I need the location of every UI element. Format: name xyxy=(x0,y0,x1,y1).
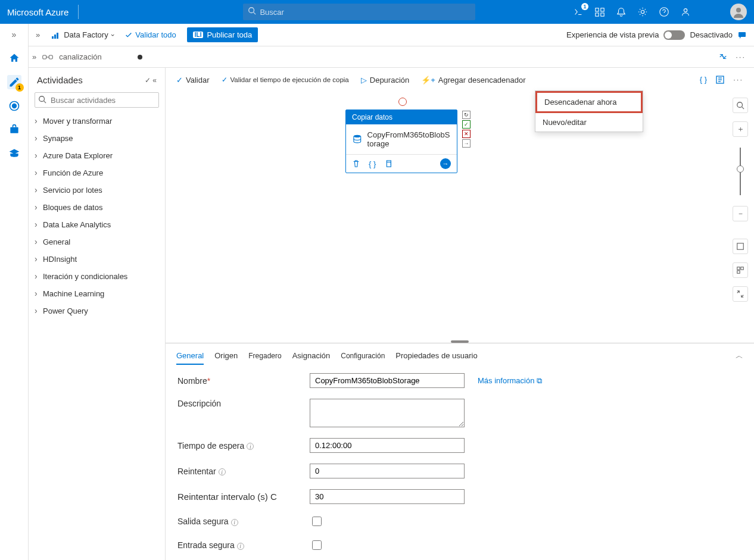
info-icon[interactable]: i xyxy=(237,543,244,550)
validate-runtime-button[interactable]: ✓Validar el tiempo de ejecución de copia xyxy=(222,76,349,84)
learning-icon[interactable] xyxy=(7,146,21,161)
activity-node-wrapper: Copiar datos CopyFromM365toBlobStorage {… xyxy=(345,98,460,173)
factory-toolbar: » Data Factory › Validar todo ILI Public… xyxy=(29,24,754,46)
node-run-icon[interactable]: → xyxy=(440,158,451,169)
help-icon[interactable] xyxy=(659,7,669,17)
preview-toggle[interactable] xyxy=(663,30,685,40)
clone-node-icon[interactable] xyxy=(384,159,392,168)
zoom-out-icon[interactable]: － xyxy=(733,206,748,221)
name-input[interactable] xyxy=(310,373,465,388)
node-code-icon[interactable]: { } xyxy=(369,159,376,168)
expand-rail-icon[interactable]: » xyxy=(7,27,21,42)
collapse-props-icon[interactable]: ︿ xyxy=(736,351,743,361)
tab-origin[interactable]: Origen xyxy=(214,351,238,364)
validate-button[interactable]: ✓Validar xyxy=(176,76,210,85)
trigger-new-edit-item[interactable]: Nuevo/editar xyxy=(535,113,643,132)
retry-input[interactable] xyxy=(310,464,465,478)
divider xyxy=(78,5,79,19)
cloud-shell-icon[interactable]: 1 xyxy=(573,7,584,17)
category-item[interactable]: Data Lake Analytics xyxy=(29,216,165,233)
tab-general[interactable]: General xyxy=(176,351,204,365)
retry-label: Reintentari xyxy=(177,467,303,476)
node-skip-port-icon[interactable]: → xyxy=(462,139,471,148)
canvas-more-icon[interactable]: ··· xyxy=(733,75,743,85)
category-item[interactable]: Bloques de datos xyxy=(29,199,165,216)
info-icon[interactable]: i xyxy=(219,468,226,475)
node-success-port-icon[interactable]: ✓ xyxy=(462,120,471,129)
debug-button[interactable]: ▷Depuración xyxy=(361,76,410,85)
feedback-icon[interactable] xyxy=(680,7,691,17)
publish-all-button[interactable]: ILI Publicar toda xyxy=(187,27,258,42)
category-item[interactable]: HDInsight xyxy=(29,251,165,268)
notifications-icon[interactable] xyxy=(616,7,627,17)
tab-settings[interactable]: Configuración xyxy=(341,352,385,364)
name-label: Nombre* xyxy=(177,376,303,386)
tab-sink[interactable]: Fregadero xyxy=(248,352,281,364)
category-item[interactable]: Azure Data Explorer xyxy=(29,147,165,164)
monitor-icon[interactable] xyxy=(7,99,21,113)
category-item[interactable]: Servicio por lotes xyxy=(29,182,165,199)
resize-handle[interactable] xyxy=(451,340,469,343)
more-actions-icon[interactable]: ··· xyxy=(736,52,746,61)
secure-input-checkbox[interactable] xyxy=(312,540,322,550)
svg-rect-16 xyxy=(739,32,746,37)
author-icon[interactable]: 1 xyxy=(7,75,21,89)
retry-interval-label: Reintentar intervalo (s) C xyxy=(177,492,303,502)
pipeline-canvas[interactable]: ✓Validar ✓Validar el tiempo de ejecución… xyxy=(166,68,754,560)
info-icon[interactable]: i xyxy=(231,519,238,526)
svg-point-28 xyxy=(737,102,743,108)
properties-icon[interactable] xyxy=(715,75,725,85)
expand-left-icon[interactable]: » xyxy=(32,52,36,61)
pipeline-tab[interactable]: canalización xyxy=(59,52,102,61)
category-item[interactable]: Machine Learning xyxy=(29,285,165,302)
node-failure-port-icon[interactable]: ✕ xyxy=(462,130,471,138)
svg-rect-33 xyxy=(737,271,740,273)
manage-icon[interactable] xyxy=(7,123,21,137)
svg-rect-15 xyxy=(57,33,58,39)
collapse-canvas-icon[interactable] xyxy=(733,286,748,302)
node-top-handle[interactable] xyxy=(398,98,407,106)
tab-mapping[interactable]: Asignación xyxy=(292,351,331,364)
database-icon xyxy=(352,132,363,146)
activities-collapse-icon[interactable]: ✓ « xyxy=(145,76,157,85)
category-item[interactable]: Mover y transformar xyxy=(29,112,165,130)
category-item[interactable]: Función de Azure xyxy=(29,164,165,182)
settings-icon[interactable] xyxy=(637,7,648,17)
activities-search-input[interactable] xyxy=(35,92,159,108)
node-retry-port-icon[interactable]: ↻ xyxy=(462,111,471,119)
description-input[interactable] xyxy=(310,399,465,427)
category-item[interactable]: General xyxy=(29,233,165,251)
svg-rect-5 xyxy=(601,13,604,16)
fit-screen-icon[interactable] xyxy=(733,239,748,254)
home-icon[interactable] xyxy=(7,51,21,65)
expand-canvas-icon[interactable] xyxy=(719,52,727,61)
delete-node-icon[interactable] xyxy=(352,159,360,168)
validate-all-button[interactable]: Validar todo xyxy=(124,30,176,39)
feedback-small-icon[interactable] xyxy=(737,30,747,40)
add-trigger-button[interactable]: ⚡+Agregar desencadenador xyxy=(421,76,525,85)
copy-activity-node[interactable]: Copiar datos CopyFromM365toBlobStorage {… xyxy=(345,110,457,173)
svg-point-20 xyxy=(39,96,45,102)
zoom-slider[interactable] xyxy=(740,148,741,195)
category-item[interactable]: Power Query xyxy=(29,302,165,320)
search-canvas-icon[interactable] xyxy=(733,98,748,113)
properties-pane: General Origen Fregadero Asignación Conf… xyxy=(166,343,754,560)
timeout-input[interactable] xyxy=(310,438,465,453)
more-info-link[interactable]: Más información ⧉ xyxy=(478,376,742,386)
category-item[interactable]: Iteración y condicionales xyxy=(29,268,165,285)
user-avatar[interactable] xyxy=(730,4,747,20)
factory-selector[interactable]: Data Factory › xyxy=(51,30,114,40)
svg-point-26 xyxy=(354,135,361,137)
global-search-input[interactable] xyxy=(243,4,475,20)
tab-user-props[interactable]: Propiedades de usuario xyxy=(395,351,477,364)
directories-icon[interactable] xyxy=(594,7,605,17)
zoom-in-icon[interactable]: ＋ xyxy=(733,121,748,137)
minimap-icon[interactable] xyxy=(733,262,748,278)
code-view-icon[interactable]: { } xyxy=(700,75,707,85)
retry-interval-input[interactable] xyxy=(310,489,465,504)
trigger-now-item[interactable]: Desencadenar ahora xyxy=(535,91,643,113)
category-item[interactable]: Synapse xyxy=(29,130,165,147)
secure-output-checkbox[interactable] xyxy=(312,517,322,526)
info-icon[interactable]: i xyxy=(247,443,254,450)
expand-tree-icon[interactable]: » xyxy=(36,30,40,39)
